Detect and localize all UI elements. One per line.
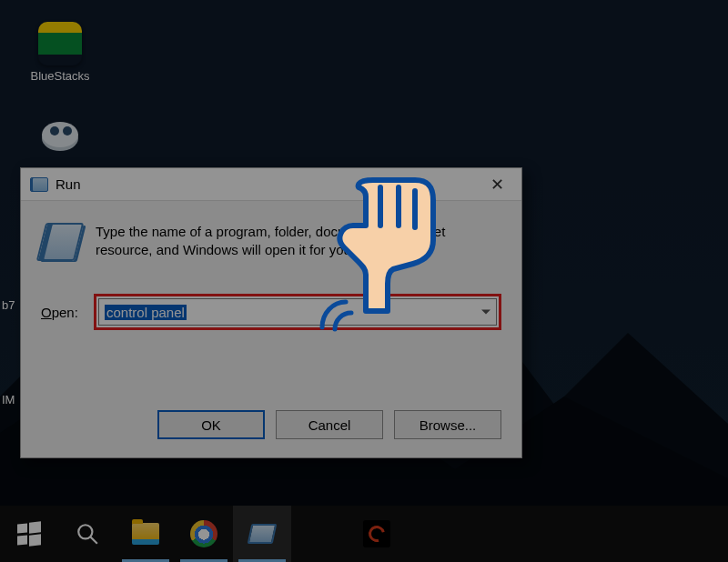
desktop-icon-bluestacks[interactable]: BlueStacks [22, 22, 98, 83]
browse-button[interactable]: Browse... [394, 410, 501, 439]
app-icon [38, 111, 82, 155]
svg-point-3 [63, 126, 72, 135]
run-icon [248, 524, 278, 544]
file-explorer-icon [132, 523, 159, 545]
run-program-icon [36, 223, 84, 261]
svg-point-2 [50, 126, 59, 135]
open-input-value: control panel [105, 305, 187, 320]
bluestacks-icon [38, 22, 82, 65]
svg-point-4 [78, 525, 92, 538]
chrome-icon [190, 520, 217, 547]
truncated-label-im: IM [2, 393, 15, 406]
window-title: Run [56, 176, 476, 192]
svg-point-1 [42, 122, 78, 147]
open-label: Open: [41, 305, 94, 320]
taskbar-garena[interactable] [348, 506, 406, 562]
start-button[interactable] [0, 506, 58, 562]
taskbar [0, 506, 728, 562]
taskbar-search[interactable] [58, 506, 116, 562]
ok-button[interactable]: OK [157, 410, 265, 439]
taskbar-file-explorer[interactable] [116, 506, 175, 562]
open-field-highlight: control panel [94, 294, 501, 330]
taskbar-chrome[interactable] [175, 506, 233, 562]
run-description: Type the name of a program, folder, docu… [96, 223, 501, 261]
svg-line-5 [90, 537, 97, 544]
windows-logo-icon [17, 522, 41, 546]
garena-icon [363, 520, 390, 547]
desktop-icon-unknown[interactable] [22, 111, 98, 158]
desktop-icon-label: BlueStacks [22, 69, 98, 83]
close-button[interactable]: ✕ [476, 171, 518, 198]
run-dialog: Run ✕ Type the name of a program, folder… [20, 167, 522, 458]
chevron-down-icon[interactable] [481, 310, 490, 315]
close-icon: ✕ [490, 175, 504, 195]
open-combobox[interactable]: control panel [98, 298, 497, 326]
truncated-label-b7: b7 [2, 298, 15, 312]
titlebar[interactable]: Run ✕ [21, 168, 521, 201]
run-titlebar-icon [30, 177, 48, 192]
cancel-button[interactable]: Cancel [276, 410, 383, 439]
search-icon [74, 520, 101, 547]
taskbar-run[interactable] [233, 506, 291, 562]
